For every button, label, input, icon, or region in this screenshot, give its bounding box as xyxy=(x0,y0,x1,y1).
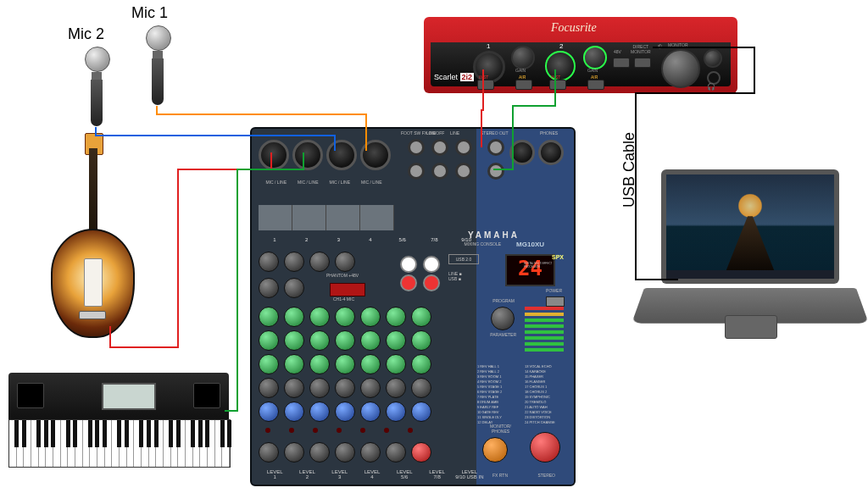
mixer-pad-switches xyxy=(259,205,394,230)
mixer-ch2-xlr xyxy=(292,140,323,170)
laptop xyxy=(644,169,856,347)
keyboard-screen xyxy=(102,383,156,410)
monitor-knob xyxy=(482,437,508,463)
mixer-xlr-out-r xyxy=(538,140,564,165)
laptop-screen xyxy=(661,169,839,284)
mixer-model: MG10XU xyxy=(516,241,544,248)
level-knob xyxy=(360,442,381,463)
level-knob xyxy=(284,442,304,463)
audio-interface: Focusrite Scarlet 2i2 1 GAIN INST AIR 2 … xyxy=(424,17,737,93)
level-knob xyxy=(335,442,355,463)
usb-icon: ⎋ xyxy=(658,42,662,50)
phantom-power-switch xyxy=(330,283,365,296)
electric-guitar xyxy=(38,148,157,343)
mic2-label: Mic 2 xyxy=(68,25,104,43)
mixer-stereo-out xyxy=(486,137,506,186)
mic-2 xyxy=(85,47,108,126)
level-knob xyxy=(259,442,279,463)
mixer-brand: YAMAHA xyxy=(468,230,520,240)
level-meter xyxy=(525,307,564,357)
level-knob xyxy=(386,442,406,463)
mic-1 xyxy=(146,25,170,105)
interface-gain-1 xyxy=(511,46,535,69)
diagram-stage: Mic 1 Mic 2 USB Cable xyxy=(0,0,868,493)
level-knob xyxy=(411,442,431,463)
gain-knob xyxy=(259,252,279,272)
headphone-icon: 🎧 xyxy=(707,83,715,91)
mixer-xlr-out-l xyxy=(509,140,535,165)
interface-input-1 xyxy=(473,51,505,83)
interface-hp-knob xyxy=(704,49,722,68)
interface-gain-2 xyxy=(583,46,607,69)
interface-brand: Focusrite xyxy=(551,21,597,35)
fx-display: 24 xyxy=(505,254,555,286)
mixer-ch3-xlr xyxy=(326,140,357,170)
power-switch xyxy=(546,296,565,307)
interface-monitor-knob xyxy=(661,49,700,88)
keyboard-instrument xyxy=(8,373,229,474)
mic1-label: Mic 1 xyxy=(131,4,168,22)
stereo-master-knob xyxy=(530,432,560,463)
laptop-trackpad xyxy=(725,315,777,339)
usb-cable-label: USB Cable xyxy=(620,132,638,208)
program-knob xyxy=(491,307,515,330)
mixer-ch1-xlr xyxy=(259,140,289,170)
mixing-console: MIC / LINEMIC / LINEMIC / LINEMIC / LINE… xyxy=(250,127,576,486)
mixer-ch4-xlr xyxy=(360,140,391,170)
level-knob xyxy=(309,442,330,463)
comp-knob xyxy=(259,278,279,298)
